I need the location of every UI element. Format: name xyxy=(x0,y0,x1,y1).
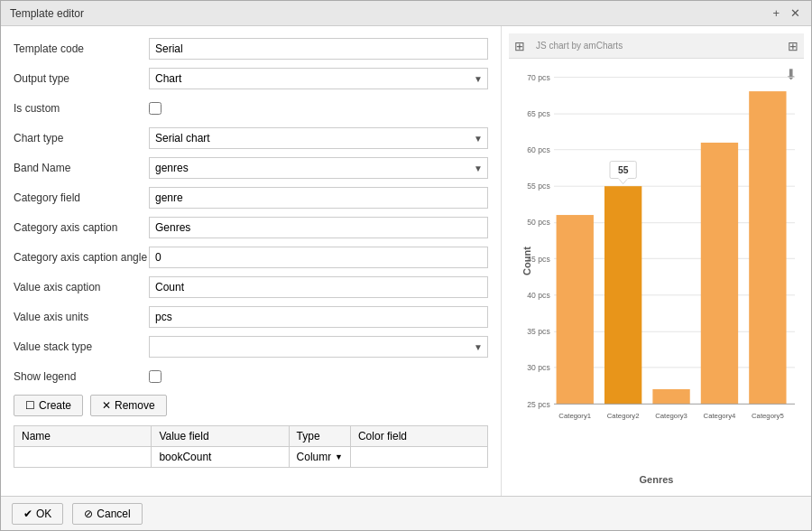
svg-text:Category5: Category5 xyxy=(752,412,784,420)
show-legend-row: Show legend xyxy=(14,365,488,388)
svg-text:Category4: Category4 xyxy=(704,412,736,420)
category-field-input[interactable] xyxy=(149,187,488,209)
row-color-field-input[interactable] xyxy=(355,450,483,464)
value-axis-caption-row: Value axis caption xyxy=(14,275,488,299)
bar-category2[interactable] xyxy=(604,186,641,404)
x-axis-label: Genres xyxy=(640,474,674,485)
title-bar: Template editor + ✕ xyxy=(1,1,811,26)
ok-button[interactable]: ✔ OK xyxy=(12,503,63,525)
remove-button[interactable]: ✕ Remove xyxy=(90,395,167,416)
svg-text:50 pcs: 50 pcs xyxy=(527,218,549,227)
chart-tool-icon-1[interactable]: ⊞ xyxy=(514,39,525,53)
template-code-input[interactable] xyxy=(149,38,488,60)
svg-marker-22 xyxy=(618,179,627,184)
ok-icon: ✔ xyxy=(23,508,32,520)
row-name-input[interactable] xyxy=(19,450,146,464)
chart-brand-text: JS chart by amCharts xyxy=(536,41,623,51)
is-custom-label: Is custom xyxy=(14,102,149,115)
chart-type-row: Chart type Serial chart Pie chart XY cha… xyxy=(14,126,488,150)
band-name-row: Band Name genres authors ▼ xyxy=(14,156,488,180)
template-editor-window: Template editor + ✕ Template code Output… xyxy=(0,0,812,531)
table-header-row: Name Value field Type Color field xyxy=(14,426,488,447)
bar-category4[interactable] xyxy=(701,143,738,404)
close-window-button[interactable]: ✕ xyxy=(789,6,802,20)
value-axis-caption-label: Value axis caption xyxy=(14,281,149,293)
value-stack-type-label: Value stack type xyxy=(14,340,149,353)
category-axis-caption-label: Category axis caption xyxy=(14,221,149,234)
value-stack-type-row: Value stack type regular 100% ▼ xyxy=(14,335,488,359)
show-legend-label: Show legend xyxy=(14,370,149,383)
svg-text:Category3: Category3 xyxy=(655,412,687,420)
category-axis-angle-input[interactable] xyxy=(149,247,488,268)
chart-type-select[interactable]: Serial chart Pie chart XY chart xyxy=(149,127,488,149)
chart-svg-area: 25 pcs 30 pcs 35 pcs 40 pcs 45 pcs 50 pc… xyxy=(509,59,804,489)
category-field-label: Category field xyxy=(14,191,149,204)
category-field-row: Category field xyxy=(14,186,488,210)
create-label: Create xyxy=(39,399,71,412)
row-name-cell xyxy=(14,447,152,468)
value-axis-caption-input[interactable] xyxy=(149,276,488,298)
svg-text:25 pcs: 25 pcs xyxy=(527,400,549,409)
band-name-select[interactable]: genres authors xyxy=(149,157,488,179)
category-axis-angle-row: Category axis caption angle xyxy=(14,246,488,269)
svg-text:30 pcs: 30 pcs xyxy=(527,363,549,372)
chart-container: ⊞ JS chart by amCharts ⊞ ⬇ Count xyxy=(509,33,804,489)
data-table-section: Name Value field Type Color field xyxy=(14,425,488,485)
svg-text:35 pcs: 35 pcs xyxy=(527,327,549,336)
remove-label: Remove xyxy=(115,399,155,412)
chart-tool-icon-2[interactable]: ⊞ xyxy=(788,39,798,53)
add-window-button[interactable]: + xyxy=(770,6,781,20)
svg-text:55: 55 xyxy=(618,165,629,175)
value-axis-units-label: Value axis units xyxy=(14,311,149,323)
bar-category1[interactable] xyxy=(557,215,594,404)
category-axis-caption-row: Category axis caption xyxy=(14,216,488,239)
col-name: Name xyxy=(14,426,152,447)
svg-text:70 pcs: 70 pcs xyxy=(527,73,549,82)
row-type-select[interactable]: Column Line Bar xyxy=(294,450,346,464)
row-value-field-input[interactable] xyxy=(156,450,283,464)
series-table: Name Value field Type Color field xyxy=(14,425,488,468)
col-color-field: Color field xyxy=(350,426,487,447)
band-name-label: Band Name xyxy=(14,162,149,174)
output-type-select[interactable]: Chart Table Report xyxy=(149,68,488,89)
main-content: Template code Output type Chart Table Re… xyxy=(1,26,811,496)
show-legend-checkbox[interactable] xyxy=(149,370,161,383)
value-axis-units-row: Value axis units xyxy=(14,305,488,329)
category-axis-caption-input[interactable] xyxy=(149,217,488,238)
chart-svg: 25 pcs 30 pcs 35 pcs 40 pcs 45 pcs 50 pc… xyxy=(554,68,795,452)
footer-bar: ✔ OK ⊘ Cancel xyxy=(1,496,811,530)
band-name-select-wrapper: genres authors ▼ xyxy=(149,157,488,179)
title-bar-buttons: + ✕ xyxy=(770,6,802,20)
right-panel: ⊞ JS chart by amCharts ⊞ ⬇ Count xyxy=(502,26,811,496)
left-panel: Template code Output type Chart Table Re… xyxy=(1,26,502,496)
category-axis-angle-label: Category axis caption angle xyxy=(14,251,149,264)
row-value-field-cell xyxy=(152,447,289,468)
ok-label: OK xyxy=(36,508,51,520)
value-stack-type-select[interactable]: regular 100% xyxy=(149,336,488,358)
svg-text:Category2: Category2 xyxy=(607,412,640,420)
col-value-field: Value field xyxy=(152,426,289,447)
row-color-field-cell xyxy=(350,447,487,468)
output-type-row: Output type Chart Table Report ▼ xyxy=(14,67,488,90)
create-button[interactable]: ☐ Create xyxy=(14,395,83,416)
window-title: Template editor xyxy=(10,7,84,20)
output-type-label: Output type xyxy=(14,72,149,85)
bar-category3[interactable] xyxy=(652,389,689,404)
chart-type-label: Chart type xyxy=(14,132,149,144)
cancel-button[interactable]: ⊘ Cancel xyxy=(72,503,142,525)
y-axis-label: Count xyxy=(521,247,532,275)
is-custom-checkbox[interactable] xyxy=(149,102,161,115)
row-type-select-wrapper: Column Line Bar ▼ xyxy=(294,450,346,464)
action-buttons-row: ☐ Create ✕ Remove xyxy=(14,395,488,416)
table-row: Column Line Bar ▼ xyxy=(14,447,488,468)
remove-icon: ✕ xyxy=(102,399,111,412)
output-type-select-wrapper: Chart Table Report ▼ xyxy=(149,68,488,89)
value-axis-units-input[interactable] xyxy=(149,306,488,328)
template-code-label: Template code xyxy=(14,42,149,55)
row-type-cell: Column Line Bar ▼ xyxy=(289,447,350,468)
cancel-icon: ⊘ xyxy=(84,508,93,520)
col-type: Type xyxy=(289,426,350,447)
svg-text:55 pcs: 55 pcs xyxy=(527,182,549,191)
bar-category5[interactable] xyxy=(749,91,786,404)
svg-text:65 pcs: 65 pcs xyxy=(527,109,549,118)
